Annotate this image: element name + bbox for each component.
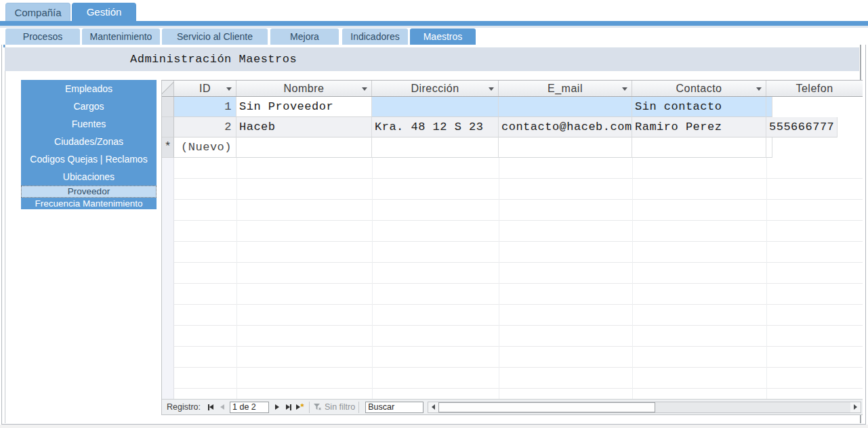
tab-indicadores[interactable]: Indicadores [342, 28, 408, 45]
tab-mantenimiento[interactable]: Mantenimiento [82, 28, 160, 45]
cell-contacto[interactable]: Sin contacto [632, 97, 766, 117]
chevron-down-icon[interactable] [226, 87, 232, 91]
sidebar: Empleados Cargos Fuentes Ciudades/Zonas … [21, 80, 157, 209]
record-selector[interactable] [162, 117, 174, 137]
sidebar-item-fuentes[interactable]: Fuentes [21, 115, 157, 133]
filter-icon[interactable] [313, 403, 322, 411]
last-record-button[interactable] [283, 402, 294, 413]
record-selector[interactable] [162, 97, 174, 117]
column-header-label: E_mail [547, 83, 583, 94]
gridline-vertical [632, 158, 633, 399]
column-header-direccion[interactable]: Dirección [372, 81, 499, 96]
cell-email[interactable] [499, 97, 632, 117]
cell-email[interactable] [499, 137, 632, 158]
divider [358, 402, 359, 413]
table-row: 1 Sin Proveedor Sin contacto [162, 97, 863, 117]
tab-procesos[interactable]: Procesos [5, 28, 80, 45]
column-header-telefon[interactable]: Telefon [766, 81, 863, 96]
new-record-marker-icon[interactable]: * [162, 137, 174, 158]
gridline-vertical [236, 158, 237, 399]
record-navigator-label: Registro: [167, 402, 201, 412]
previous-record-button[interactable] [216, 402, 228, 413]
column-header-contacto[interactable]: Contacto [632, 81, 766, 96]
cell-telefon[interactable]: 555666777 [766, 117, 838, 137]
gridlines [162, 158, 863, 399]
record-navigator: Registro: * Sin filtro [162, 399, 863, 414]
next-record-button[interactable] [271, 402, 283, 413]
tab-compania[interactable]: Compañía [5, 3, 70, 21]
datasheet: ID Nombre Dirección E_mail Contacto Tele… [161, 80, 863, 415]
tab-maestros[interactable]: Maestros [410, 28, 476, 45]
main-tab-bar: Compañía Gestión [0, 0, 868, 21]
cell-telefon[interactable] [766, 137, 772, 158]
sidebar-item-frecuencia-mantenimiento[interactable]: Frecuencia Mantenimiento [21, 198, 157, 209]
cell-id[interactable]: 1 [174, 97, 236, 117]
select-all-icon[interactable] [162, 81, 174, 96]
scroll-right-icon[interactable] [850, 402, 861, 412]
column-header-label: ID [199, 83, 211, 94]
chevron-down-icon[interactable] [622, 87, 627, 91]
filter-status-label: Sin filtro [325, 402, 355, 412]
sidebar-item-ciudades-zonas[interactable]: Ciudades/Zonas [21, 133, 157, 150]
column-header-email[interactable]: E_mail [499, 81, 632, 96]
datasheet-empty-area [162, 158, 863, 399]
tab-mejora[interactable]: Mejora [270, 28, 339, 45]
app-window: Compañía Gestión Procesos Mantenimiento … [0, 0, 868, 428]
column-header-nombre[interactable]: Nombre [236, 81, 372, 96]
table-row-new: * (Nuevo) [162, 137, 863, 158]
accent-strip-top [0, 21, 868, 26]
cell-direccion[interactable]: Kra. 48 12 S 23 [372, 117, 499, 137]
divider [309, 402, 310, 413]
window-bottom-margin [0, 425, 868, 428]
column-header-label: Nombre [284, 83, 325, 94]
gridline-vertical [499, 158, 499, 399]
horizontal-scrollbar[interactable] [428, 402, 861, 413]
first-record-button[interactable] [205, 402, 216, 413]
cell-email[interactable]: contacto@haceb.com [499, 117, 632, 137]
cell-telefon[interactable] [766, 97, 772, 117]
sub-tab-bar: Procesos Mantenimiento Servicio al Clien… [0, 28, 868, 45]
column-header-id[interactable]: ID [174, 81, 236, 96]
gridline-vertical [372, 158, 373, 399]
column-header-label: Dirección [411, 83, 459, 94]
chevron-down-icon[interactable] [362, 87, 367, 91]
chevron-down-icon[interactable] [756, 87, 762, 91]
table-row: 2 Haceb Kra. 48 12 S 23 contacto@haceb.c… [162, 117, 863, 137]
tab-servicio-al-cliente[interactable]: Servicio al Cliente [162, 28, 268, 45]
record-position-input[interactable] [230, 402, 269, 413]
tab-gestion[interactable]: Gestión [72, 3, 136, 21]
sidebar-item-ubicaciones[interactable]: Ubicaciones [21, 168, 157, 186]
cell-direccion[interactable] [372, 97, 499, 117]
sidebar-item-codigos-quejas-reclamos[interactable]: Codigos Quejas | Reclamos [21, 150, 157, 168]
cell-id[interactable]: 2 [174, 117, 236, 137]
search-input[interactable] [365, 402, 423, 413]
sidebar-item-cargos[interactable]: Cargos [21, 98, 157, 115]
cell-nombre[interactable]: Haceb [236, 117, 372, 137]
sidebar-item-empleados[interactable]: Empleados [21, 80, 157, 98]
datasheet-header-row: ID Nombre Dirección E_mail Contacto Tele… [162, 81, 863, 97]
column-header-label: Contacto [676, 83, 722, 94]
chevron-down-icon[interactable] [489, 87, 494, 91]
cell-contacto[interactable] [632, 137, 766, 158]
page-title: Administración Maestros [5, 47, 859, 71]
cell-nombre[interactable] [236, 137, 372, 158]
cell-id[interactable]: (Nuevo) [174, 137, 236, 158]
scrollbar-thumb[interactable] [438, 402, 655, 412]
sidebar-item-proveedor[interactable]: Proveedor [21, 186, 157, 198]
cell-direccion[interactable] [372, 137, 499, 158]
record-selector-column [162, 158, 174, 399]
new-record-button[interactable]: * [294, 402, 306, 413]
gridline-vertical [766, 158, 767, 399]
cell-contacto[interactable]: Ramiro Perez [632, 117, 766, 137]
scroll-left-icon[interactable] [428, 402, 438, 412]
column-header-label: Telefon [795, 83, 833, 94]
cell-nombre-active[interactable]: Sin Proveedor [236, 97, 372, 117]
